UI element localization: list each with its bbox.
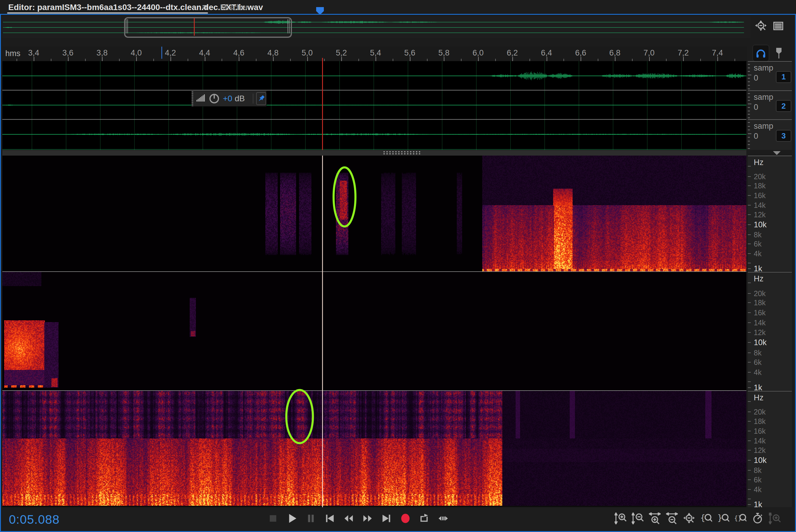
- skip-to-start-button[interactable]: [323, 511, 337, 526]
- freq-tick: [748, 263, 751, 263]
- overview-viewport[interactable]: [124, 17, 292, 38]
- ruler-tick-label: 6,4: [541, 49, 552, 58]
- track-header-1[interactable]: samp 0 1: [748, 61, 792, 90]
- collapse-tracks-icon[interactable]: [773, 151, 781, 155]
- ruler-tick-label: 4,2: [165, 49, 176, 58]
- play-button[interactable]: [285, 511, 299, 526]
- ruler-tick-label: 3,6: [62, 49, 74, 58]
- viewport-left-handle[interactable]: [126, 19, 128, 33]
- track-type-label: samp: [754, 121, 773, 131]
- skip-selection-button[interactable]: [436, 511, 450, 526]
- freq-tick: [748, 293, 751, 294]
- freq-tick: [748, 460, 751, 460]
- hud-pin-button[interactable]: [256, 92, 266, 105]
- ruler-tick-label: 4,8: [267, 49, 278, 58]
- timer-button[interactable]: [751, 512, 764, 525]
- loop-playback-button[interactable]: [417, 511, 431, 526]
- freq-tick: [748, 268, 751, 269]
- fast-forward-button[interactable]: [360, 511, 375, 526]
- freq-tick: [748, 185, 751, 186]
- amplitude-tick: [748, 85, 750, 86]
- panel-menu-icon[interactable]: ≡: [202, 2, 207, 12]
- zoom-out-vertical-button[interactable]: [631, 512, 644, 525]
- amplitude-tick: [748, 114, 750, 115]
- ruler-tick-label: 7,2: [678, 49, 689, 58]
- zoom-out-full-button[interactable]: [683, 512, 695, 525]
- ruler-subtick: [119, 59, 120, 61]
- amplitude-tick: [748, 122, 750, 123]
- amplitude-tick: [748, 137, 750, 137]
- freq-tick: [748, 381, 751, 382]
- marker-pin-icon[interactable]: [772, 46, 786, 60]
- skip-to-end-button[interactable]: [379, 511, 394, 526]
- freq-tick: [748, 431, 751, 431]
- pause-button[interactable]: [304, 511, 318, 526]
- amplitude-tick: [748, 100, 750, 101]
- zoom-in-vertical-button[interactable]: [614, 512, 627, 525]
- ruler-subtick: [461, 59, 462, 61]
- amplitude-tick: [748, 97, 750, 97]
- time-display[interactable]: 0:05.088: [9, 513, 60, 527]
- freq-unit-label: Hz: [754, 393, 763, 402]
- viewport-right-handle[interactable]: [288, 19, 290, 33]
- channel-button-1[interactable]: 1: [776, 71, 791, 83]
- waveform-display[interactable]: [2, 61, 746, 150]
- track-header-3[interactable]: samp 0 3: [748, 119, 792, 150]
- record-button[interactable]: [398, 511, 413, 526]
- freq-tick: [748, 302, 751, 303]
- ruler-subtick: [495, 59, 496, 61]
- ruler-tick: [478, 57, 479, 61]
- timeline-ruler[interactable]: hms 3,43,63,84,04,24,44,64,85,05,25,45,6…: [2, 46, 747, 61]
- freq-tick: [748, 504, 751, 505]
- freq-label: 6k: [754, 240, 761, 248]
- track-header-2[interactable]: samp 0 2: [748, 90, 792, 119]
- monitor-headphones-button[interactable]: [753, 45, 769, 61]
- ruler-tick-label: 5,8: [438, 49, 450, 58]
- track-list-icon[interactable]: [772, 19, 785, 33]
- ruler-tick-label: 3,4: [28, 49, 39, 58]
- freq-label: 10k: [754, 220, 767, 229]
- zoom-out-full-button[interactable]: [754, 19, 768, 33]
- ruler-tick-label: 7,4: [712, 49, 723, 58]
- ruler-subtick: [529, 59, 530, 61]
- amplitude-tick: [748, 107, 750, 108]
- freq-label: 10k: [754, 338, 767, 347]
- ruler-tick: [649, 57, 650, 61]
- hud-drag-handle[interactable]: [192, 91, 193, 106]
- hud-divider: [253, 94, 253, 103]
- channel-button-2[interactable]: 2: [776, 100, 791, 112]
- zoom-vertical-disabled-button[interactable]: [768, 512, 781, 525]
- freq-label: 8k: [754, 466, 761, 475]
- status-bar: 0:05.088 { } {}: [0, 507, 796, 532]
- freq-label: 12k: [754, 328, 765, 337]
- zoom-out-horizontal-button[interactable]: [665, 512, 679, 525]
- selection-start-marker: [161, 46, 162, 59]
- zoom-to-selection-button[interactable]: {}: [734, 512, 747, 525]
- spectrogram-channel-1[interactable]: [2, 156, 746, 271]
- gain-hud[interactable]: +0 dB: [192, 91, 267, 107]
- freq-label: 4k: [754, 249, 761, 258]
- freq-tick: [748, 450, 751, 451]
- channel-button-3[interactable]: 3: [776, 130, 791, 142]
- freq-label: 20k: [754, 289, 765, 298]
- ruler-tick: [581, 57, 581, 61]
- stop-button[interactable]: [266, 511, 280, 526]
- freq-label: 6k: [754, 358, 761, 366]
- zoom-in-horizontal-button[interactable]: [648, 512, 661, 525]
- zoom-in-at-in-point-button[interactable]: {: [700, 512, 713, 525]
- ruler-tick: [410, 57, 411, 61]
- rewind-button[interactable]: [342, 511, 356, 526]
- spectrogram-channel-2[interactable]: [2, 272, 746, 390]
- freq-label: 18k: [754, 299, 765, 307]
- gain-value[interactable]: +0: [223, 94, 232, 103]
- tab-mixer[interactable]: Mischer: [220, 3, 249, 12]
- amplitude-tick: [748, 111, 750, 111]
- wave-spectral-splitter[interactable]: [2, 150, 746, 156]
- gain-knob-icon[interactable]: [209, 93, 220, 104]
- ruler-tick: [512, 57, 513, 61]
- spectrogram-channel-3[interactable]: [2, 391, 746, 507]
- freq-label: 16k: [754, 191, 765, 200]
- zoom-in-at-out-point-button[interactable]: }: [717, 512, 730, 525]
- ruler-subtick: [427, 59, 428, 61]
- overview-strip[interactable]: [2, 16, 750, 38]
